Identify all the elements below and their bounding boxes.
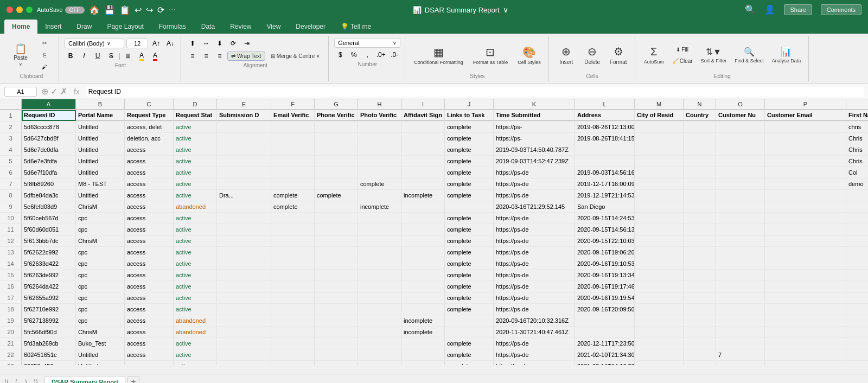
align-top-button[interactable]: ⬆ — [187, 38, 199, 49]
cell-N9[interactable] — [684, 201, 716, 212]
tab-developer[interactable]: Developer — [288, 20, 333, 34]
autosave-control[interactable]: AutoSave OFF — [37, 7, 85, 14]
cell-H13[interactable] — [358, 247, 401, 258]
cell-N18[interactable] — [684, 304, 716, 315]
cell-C16[interactable]: access — [125, 281, 174, 292]
cell-E7[interactable] — [217, 178, 271, 189]
cell-J17[interactable]: complete — [445, 292, 494, 303]
cell-H6[interactable] — [358, 167, 401, 178]
cell-B13[interactable]: cpc — [76, 247, 125, 258]
cell-M2[interactable] — [635, 122, 684, 132]
cell-F22[interactable] — [271, 349, 315, 360]
col-header-P[interactable]: P — [765, 99, 846, 110]
cell-B9[interactable]: ChrisM — [76, 201, 125, 212]
find-select-button[interactable]: 🔍 Find & Select — [731, 40, 767, 71]
cell-A9[interactable]: 5e6fefd03d9 — [22, 201, 76, 212]
cell-P22[interactable] — [765, 349, 846, 360]
cell-K12[interactable]: https://ps-de — [494, 235, 575, 246]
cell-D16[interactable]: active — [174, 281, 217, 292]
cell-N17[interactable] — [684, 292, 716, 303]
cell-G9[interactable] — [315, 201, 358, 212]
cell-O6[interactable] — [716, 167, 765, 178]
cell-O10[interactable] — [716, 213, 765, 224]
cell-L9[interactable]: San Diego — [575, 201, 635, 212]
tab-home[interactable]: Home — [4, 20, 37, 34]
col-header-O[interactable]: O — [716, 99, 765, 110]
cell-G10[interactable] — [315, 213, 358, 224]
cell-D22[interactable]: active — [174, 349, 217, 360]
cell-M10[interactable] — [635, 213, 684, 224]
cell-B10[interactable]: cpc — [76, 213, 125, 224]
cell-B22[interactable]: Untitled — [76, 349, 125, 360]
cell-H19[interactable] — [358, 315, 401, 326]
col-header-J[interactable]: J — [445, 99, 494, 110]
cell-D2[interactable]: active — [174, 122, 217, 132]
cell-J6[interactable]: complete — [445, 167, 494, 178]
cell-J3[interactable]: complete — [445, 133, 494, 144]
cell-Q22[interactable] — [846, 349, 868, 360]
cell-N14[interactable] — [684, 258, 716, 269]
cell-K22[interactable]: https://ps-de — [494, 349, 575, 360]
cell-F7[interactable] — [271, 178, 315, 189]
number-format-selector[interactable]: General∨ — [334, 38, 400, 48]
cell-M17[interactable] — [635, 292, 684, 303]
cell-I11[interactable] — [401, 224, 445, 235]
cell-I4[interactable] — [401, 144, 445, 155]
analyse-data-button[interactable]: 📊 Analyse Data — [769, 40, 805, 71]
cell-O12[interactable] — [716, 235, 765, 246]
col-header-H[interactable]: H — [358, 99, 401, 110]
cell-E4[interactable] — [217, 144, 271, 155]
cell-I10[interactable] — [401, 213, 445, 224]
cell-P16[interactable] — [765, 281, 846, 292]
cell-P7[interactable] — [765, 178, 846, 189]
font-family-selector[interactable]: Calibri (Body)∨ — [65, 39, 124, 48]
align-middle-button[interactable]: ↔ — [200, 38, 212, 49]
autosave-toggle[interactable]: OFF — [65, 7, 85, 14]
cell-O9[interactable] — [716, 201, 765, 212]
cell-I16[interactable] — [401, 281, 445, 292]
cell-G23[interactable] — [315, 361, 358, 365]
cell-C21[interactable]: access — [125, 338, 174, 349]
cell-F1[interactable]: Email Verific — [271, 110, 315, 121]
cell-B7[interactable]: M8 - TEST — [76, 178, 125, 189]
cell-H2[interactable] — [358, 122, 401, 132]
cell-M16[interactable] — [635, 281, 684, 292]
cell-Q14[interactable] — [846, 258, 868, 269]
strikethrough-button[interactable]: S — [105, 50, 117, 61]
cell-B16[interactable]: cpc — [76, 281, 125, 292]
cell-M22[interactable] — [635, 349, 684, 360]
cell-H23[interactable] — [358, 361, 401, 365]
cell-M13[interactable] — [635, 247, 684, 258]
cell-B1[interactable]: Portal Name — [76, 110, 125, 121]
cell-B23[interactable]: Untitled — [76, 361, 125, 365]
cell-L15[interactable]: 2020-09-16T19:13:34.483Z — [575, 270, 635, 280]
bold-button[interactable]: B — [65, 50, 76, 61]
cell-P10[interactable] — [765, 213, 846, 224]
cell-I1[interactable]: Affidavit Sign — [401, 110, 445, 121]
copy-button[interactable]: ⎘ — [35, 50, 54, 60]
cell-L1[interactable]: Address — [575, 110, 635, 121]
cell-P2[interactable] — [765, 122, 846, 132]
maximize-button[interactable] — [26, 7, 33, 13]
cell-P12[interactable] — [765, 235, 846, 246]
cell-K8[interactable]: https://ps-de — [494, 190, 575, 201]
delete-button[interactable]: ⊖ Delete — [580, 40, 604, 71]
cell-Q13[interactable] — [846, 247, 868, 258]
cell-B2[interactable]: Untitled — [76, 122, 125, 132]
cell-A16[interactable]: 5f6264da422 — [22, 281, 76, 292]
decrease-font-button[interactable]: A↓ — [164, 38, 176, 49]
cell-K9[interactable]: 2020-03-16T21:29:52.145 — [494, 201, 575, 212]
cell-A14[interactable]: 5f62633d422 — [22, 258, 76, 269]
cell-A6[interactable]: 5d6e7f10dfa — [22, 167, 76, 178]
align-right-button[interactable]: ≡ — [214, 50, 226, 61]
cell-F15[interactable] — [271, 270, 315, 280]
cell-Q20[interactable] — [846, 327, 868, 337]
cell-O13[interactable] — [716, 247, 765, 258]
col-header-M[interactable]: M — [635, 99, 684, 110]
tab-review[interactable]: Review — [222, 20, 259, 34]
cell-D8[interactable]: active — [174, 190, 217, 201]
cell-M3[interactable] — [635, 133, 684, 144]
cell-J12[interactable]: complete — [445, 235, 494, 246]
cell-F3[interactable] — [271, 133, 315, 144]
cell-B5[interactable]: Untitled — [76, 156, 125, 167]
